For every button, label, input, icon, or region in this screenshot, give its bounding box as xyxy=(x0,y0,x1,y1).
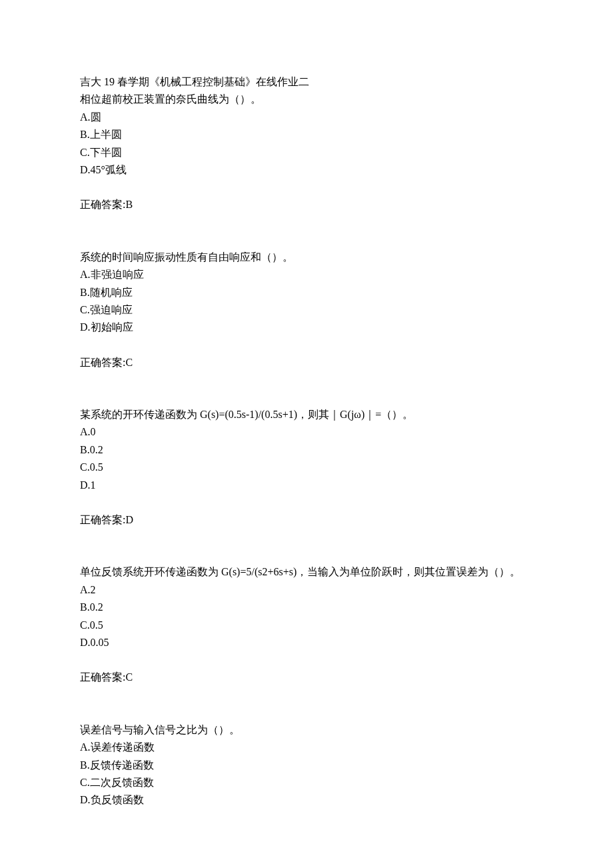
question-text: 单位反馈系统开环传递函数为 G(s)=5/(s2+6s+s)，当输入为单位阶跃时… xyxy=(80,563,533,581)
option-a: A.非强迫响应 xyxy=(80,266,533,283)
option-c: C.强迫响应 xyxy=(80,301,533,319)
question-block: 误差信号与输入信号之比为（）。 A.误差传递函数 B.反馈传递函数 C.二次反馈… xyxy=(80,721,533,809)
correct-answer: 正确答案:B xyxy=(80,196,533,213)
option-b: B.0.2 xyxy=(80,441,533,459)
option-a: A.误差传递函数 xyxy=(80,739,533,756)
question-text: 误差信号与输入信号之比为（）。 xyxy=(80,721,533,739)
correct-answer: 正确答案:D xyxy=(80,511,533,529)
option-a: A.圆 xyxy=(80,109,533,126)
question-block: 系统的时间响应振动性质有自由响应和（）。 A.非强迫响应 B.随机响应 C.强迫… xyxy=(80,249,533,371)
question-block: 某系统的开环传递函数为 G(s)=(0.5s-1)/(0.5s+1)，则其｜G(… xyxy=(80,406,533,529)
option-d: D.初始响应 xyxy=(80,319,533,336)
correct-answer: 正确答案:C xyxy=(80,669,533,686)
question-text: 某系统的开环传递函数为 G(s)=(0.5s-1)/(0.5s+1)，则其｜G(… xyxy=(80,406,533,423)
option-d: D.45°弧线 xyxy=(80,161,533,179)
option-b: B.0.2 xyxy=(80,599,533,616)
option-c: C.二次反馈函数 xyxy=(80,774,533,791)
option-c: C.0.5 xyxy=(80,617,533,634)
question-block: 单位反馈系统开环传递函数为 G(s)=5/(s2+6s+s)，当输入为单位阶跃时… xyxy=(80,563,533,686)
question-text: 相位超前校正装置的奈氏曲线为（）。 xyxy=(80,91,533,108)
question-text: 系统的时间响应振动性质有自由响应和（）。 xyxy=(80,249,533,266)
document-title: 吉大 19 春学期《机械工程控制基础》在线作业二 xyxy=(80,73,533,91)
option-a: A.2 xyxy=(80,581,533,599)
option-d: D.1 xyxy=(80,477,533,494)
option-b: B.上半圆 xyxy=(80,126,533,143)
option-d: D.负反馈函数 xyxy=(80,791,533,809)
option-c: C.0.5 xyxy=(80,459,533,476)
correct-answer: 正确答案:C xyxy=(80,354,533,371)
option-b: B.反馈传递函数 xyxy=(80,757,533,774)
question-block: 相位超前校正装置的奈氏曲线为（）。 A.圆 B.上半圆 C.下半圆 D.45°弧… xyxy=(80,91,533,213)
option-c: C.下半圆 xyxy=(80,144,533,161)
option-a: A.0 xyxy=(80,423,533,441)
option-d: D.0.05 xyxy=(80,634,533,651)
option-b: B.随机响应 xyxy=(80,284,533,301)
